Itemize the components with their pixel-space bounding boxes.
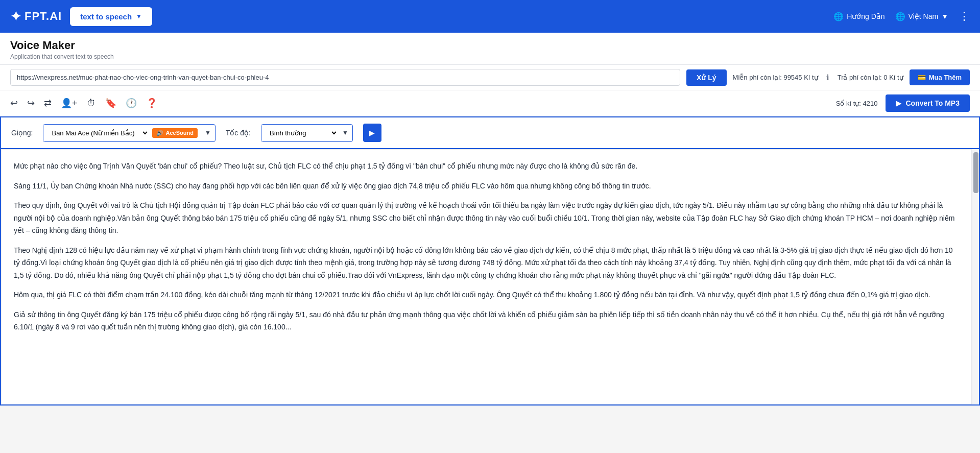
- play-icon-small: ▶: [369, 129, 375, 137]
- voice-row: Giọng: Ban Mai Ace (Nữ miền Bắc) 🔊 AceSo…: [1, 117, 979, 149]
- page-subtitle: Application that convert text to speech: [10, 53, 970, 60]
- country-chevron-icon: ▼: [941, 12, 948, 20]
- bookmark-icon[interactable]: 🔖: [105, 98, 116, 109]
- tts-button-label: text to speech: [80, 12, 132, 21]
- timer-icon[interactable]: ⏱: [87, 98, 96, 109]
- voice-add-icon[interactable]: 👤+: [61, 98, 78, 109]
- tra-phi-text: Trả phí còn lại: 0 Kí tự: [838, 74, 903, 81]
- content-wrapper: Mức phạt nào cho việc ông Trịnh Văn Quyế…: [1, 149, 972, 404]
- voice-select-wrapper: Ban Mai Ace (Nữ miền Bắc) 🔊 AceSound ▼: [43, 124, 215, 142]
- header-right: 🌐 Hướng Dẫn 🌐 Việt Nam ▼ ⋮: [833, 10, 970, 23]
- mien-phi-text: Miễn phí còn lại: 99545 Kí tự: [733, 74, 818, 81]
- content-paragraph: Theo quy định, ông Quyết với vai trò là …: [14, 199, 959, 237]
- toc-do-label: Tốc độ:: [226, 129, 251, 137]
- mua-them-label: Mua Thêm: [929, 74, 962, 81]
- globe-icon-2: 🌐: [895, 12, 905, 21]
- content-paragraph: Mức phạt nào cho việc ông Trịnh Văn Quyế…: [14, 160, 959, 173]
- replace-icon[interactable]: ⇄: [44, 98, 52, 109]
- xu-ly-button[interactable]: Xử Lý: [686, 69, 727, 86]
- speed-select[interactable]: Bình thường: [261, 125, 338, 141]
- undo-icon[interactable]: ↩: [10, 98, 18, 109]
- toolbar-left: ↩ ↪ ⇄ 👤+ ⏱ 🔖 🕐 ❓: [10, 98, 157, 109]
- play-icon: ▶: [896, 99, 901, 107]
- more-options-icon[interactable]: ⋮: [959, 10, 970, 23]
- help-icon[interactable]: ❓: [146, 98, 157, 109]
- tts-button[interactable]: text to speech ▼: [70, 7, 152, 26]
- redo-icon[interactable]: ↪: [27, 98, 35, 109]
- mua-them-button[interactable]: 💳 Mua Thêm: [910, 69, 970, 85]
- voice-select[interactable]: Ban Mai Ace (Nữ miền Bắc): [43, 125, 149, 141]
- voice-settings-section: Giọng: Ban Mai Ace (Nữ miền Bắc) 🔊 AceSo…: [0, 116, 980, 406]
- country-nav[interactable]: 🌐 Việt Nam ▼: [895, 12, 948, 21]
- content-paragraph: Sáng 11/1, Ủy ban Chứng khoán Nhà nước (…: [14, 180, 959, 193]
- guide-label: Hướng Dẫn: [847, 12, 885, 20]
- credit-info: Miễn phí còn lại: 99545 Kí tự ℹ Trả phí …: [733, 73, 903, 82]
- convert-button[interactable]: ▶ Convert To MP3: [886, 94, 970, 112]
- content-paragraph: Hôm qua, thị giá FLC có thời điểm chạm t…: [14, 289, 959, 301]
- page-header: Voice Maker Application that convert tex…: [0, 33, 980, 65]
- url-input[interactable]: [10, 69, 680, 86]
- logo-icon: ✦: [10, 9, 21, 25]
- page-title: Voice Maker: [10, 39, 970, 52]
- logo: ✦ FPT.AI: [10, 9, 62, 25]
- convert-label: Convert To MP3: [905, 99, 960, 107]
- guide-nav[interactable]: 🌐 Hướng Dẫn: [833, 12, 885, 21]
- country-label: Việt Nam: [909, 12, 939, 20]
- voice-chevron-icon[interactable]: ▼: [201, 125, 215, 140]
- globe-icon: 🌐: [833, 12, 844, 21]
- content-paragraph: Theo Nghị định 128 có hiệu lực đầu năm n…: [14, 244, 959, 282]
- history-icon[interactable]: 🕐: [126, 98, 137, 109]
- scrollbar-thumb[interactable]: [973, 152, 978, 193]
- scrollbar-container: Mức phạt nào cho việc ông Trịnh Văn Quyế…: [1, 149, 979, 404]
- url-row: Xử Lý Miễn phí còn lại: 99545 Kí tự ℹ Tr…: [0, 65, 980, 90]
- acesound-badge: 🔊 AceSound: [152, 128, 197, 138]
- content-area[interactable]: Mức phạt nào cho việc ông Trịnh Văn Quyế…: [1, 149, 972, 404]
- logo-text: FPT.AI: [25, 10, 62, 23]
- speed-chevron-icon[interactable]: ▼: [338, 125, 352, 140]
- toolbar: ↩ ↪ ⇄ 👤+ ⏱ 🔖 🕐 ❓ Số kí tự: 4210 ▶ Conver…: [0, 90, 980, 116]
- speed-select-wrapper: Bình thường ▼: [261, 124, 353, 142]
- character-count: Số kí tự: 4210: [836, 100, 878, 107]
- acesound-label: AceSound: [165, 130, 193, 136]
- chevron-down-icon: ▼: [136, 13, 142, 20]
- header-left: ✦ FPT.AI text to speech ▼: [10, 7, 152, 26]
- content-paragraph: Giả sử thông tin ông Quyết đăng ký bán 1…: [14, 308, 959, 333]
- preview-play-button[interactable]: ▶: [363, 124, 381, 142]
- header: ✦ FPT.AI text to speech ▼ 🌐 Hướng Dẫn 🌐 …: [0, 0, 980, 33]
- wallet-icon: 💳: [918, 74, 926, 81]
- toolbar-right: Số kí tự: 4210 ▶ Convert To MP3: [836, 94, 970, 112]
- giong-label: Giọng:: [11, 129, 33, 137]
- scrollbar[interactable]: [972, 149, 979, 404]
- sound-icon: 🔊: [156, 130, 163, 136]
- info-icon: ℹ: [826, 73, 829, 82]
